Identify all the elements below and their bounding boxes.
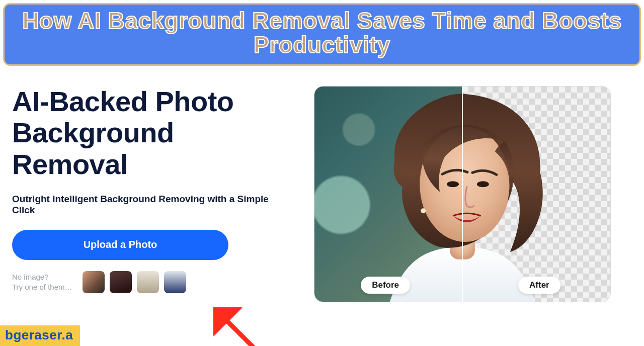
sample-thumb-3[interactable] <box>137 271 159 293</box>
hero-section: AI-Backed Photo Background Removal Outri… <box>0 66 644 302</box>
hero-heading: AI-Backed Photo Background Removal <box>12 86 294 181</box>
svg-line-0 <box>222 316 299 346</box>
article-title: How AI Background Removal Saves Time and… <box>15 9 629 57</box>
hero-subheading: Outright Intelligent Background Removing… <box>12 194 294 216</box>
hero-left-column: AI-Backed Photo Background Removal Outri… <box>12 86 294 293</box>
sample-prompt-line2: Try one of them… <box>12 282 72 292</box>
article-title-banner: How AI Background Removal Saves Time and… <box>3 3 641 66</box>
preview-before-side <box>314 86 462 302</box>
sample-prompt-text: No image? Try one of them… <box>12 272 72 293</box>
sample-thumb-2[interactable] <box>110 271 132 293</box>
before-label-pill: Before <box>361 277 410 294</box>
preview-after-side <box>462 86 610 302</box>
sample-thumb-4[interactable] <box>164 271 186 293</box>
sample-prompt-line1: No image? <box>12 272 72 282</box>
sample-images-row: No image? Try one of them… <box>12 271 294 293</box>
sample-thumbnails <box>83 271 186 293</box>
annotation-arrow-icon <box>213 307 314 346</box>
site-watermark: bgeraser.a <box>0 325 80 346</box>
before-after-divider <box>462 86 463 302</box>
hero-right-column: Before After <box>314 86 624 302</box>
upload-photo-button[interactable]: Upload a Photo <box>12 230 228 260</box>
sample-thumb-1[interactable] <box>83 271 105 293</box>
after-label-pill: After <box>518 277 560 294</box>
before-after-preview: Before After <box>314 86 611 302</box>
